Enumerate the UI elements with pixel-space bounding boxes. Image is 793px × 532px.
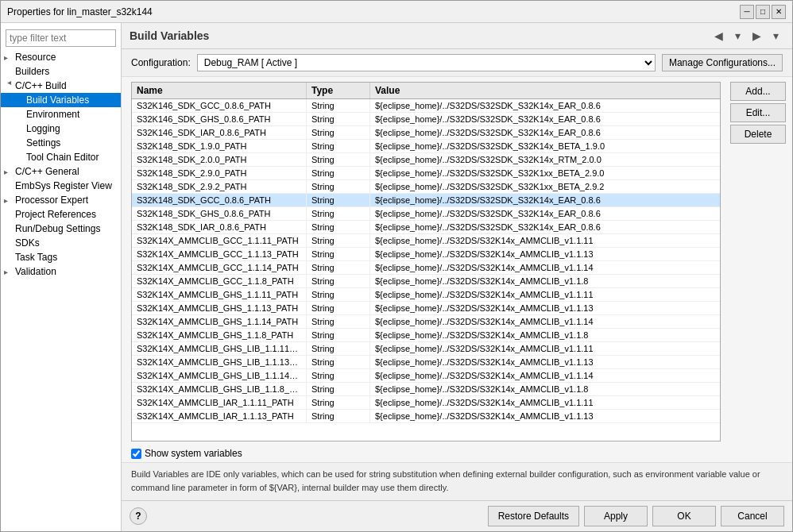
- help-button[interactable]: ?: [130, 507, 147, 525]
- sidebar-item-embsys-register[interactable]: EmbSys Register View: [1, 179, 121, 193]
- expand-arrow: ▸: [4, 168, 15, 176]
- bottom-buttons: ? Restore Defaults Apply OK Cancel: [122, 500, 792, 531]
- cell-type: String: [307, 234, 370, 247]
- cell-name: S32K14X_AMMCLIB_GHS_1.1.13_PATH: [132, 302, 307, 314]
- table-row[interactable]: S32K14X_AMMCLIB_GHS_LIB_1.1.13_PATH Stri…: [132, 356, 720, 369]
- table-row[interactable]: S32K148_SDK_2.0.0_PATH String ${eclipse_…: [132, 153, 720, 167]
- table-row[interactable]: S32K14X_AMMCLIB_GHS_1.1.8_PATH String ${…: [132, 329, 720, 342]
- table-row[interactable]: S32K148_SDK_1.9.0_PATH String ${eclipse_…: [132, 140, 720, 153]
- cell-value: ${eclipse_home}/../S32DS/S32K14x_AMMCLIB…: [370, 261, 720, 274]
- cell-value: ${eclipse_home}/../S32DS/S32K14x_AMMCLIB…: [370, 342, 720, 355]
- cell-name: S32K148_SDK_2.0.0_PATH: [132, 153, 307, 166]
- table-row[interactable]: S32K146_SDK_IAR_0.8.6_PATH String ${ecli…: [132, 126, 720, 140]
- cell-value: ${eclipse_home}/../S32DS/S32SDK_S32K14x_…: [370, 153, 720, 166]
- sidebar-item-resource[interactable]: ▸Resource: [1, 50, 121, 64]
- table-body[interactable]: S32K146_SDK_GCC_0.8.6_PATH String ${ecli…: [132, 99, 720, 441]
- show-system-variables-checkbox[interactable]: [131, 449, 141, 459]
- cell-value: ${eclipse_home}/../S32DS/S32SDK_S32K14x_…: [370, 221, 720, 233]
- maximize-button[interactable]: □: [756, 5, 770, 19]
- cell-name: S32K14X_AMMCLIB_GCC_1.1.8_PATH: [132, 275, 307, 287]
- apply-button[interactable]: Apply: [584, 506, 648, 526]
- table-row[interactable]: S32K14X_AMMCLIB_GCC_1.1.14_PATH String $…: [132, 261, 720, 275]
- sidebar-item-run-debug-settings[interactable]: Run/Debug Settings: [1, 222, 121, 236]
- config-row: Configuration: Debug_RAM [ Active ] Mana…: [122, 49, 792, 77]
- sidebar-item-label: Build Variables: [26, 94, 89, 106]
- edit-button[interactable]: Edit...: [730, 103, 786, 122]
- table-row[interactable]: S32K148_SDK_GCC_0.8.6_PATH String ${ecli…: [132, 194, 720, 207]
- cell-value: ${eclipse_home}/../S32DS/S32SDK_S32K1xx_…: [370, 180, 720, 193]
- table-row[interactable]: S32K14X_AMMCLIB_GHS_LIB_1.1.11_PATH Stri…: [132, 342, 720, 356]
- filter-input[interactable]: [6, 29, 116, 47]
- cell-type: String: [307, 356, 370, 368]
- sidebar-item-logging[interactable]: Logging: [1, 121, 121, 136]
- table-row[interactable]: S32K146_SDK_GCC_0.8.6_PATH String ${ecli…: [132, 99, 720, 113]
- minimize-button[interactable]: ─: [740, 5, 754, 19]
- table-row[interactable]: S32K14X_AMMCLIB_GCC_1.1.11_PATH String $…: [132, 234, 720, 248]
- table-row[interactable]: S32K14X_AMMCLIB_IAR_1.1.13_PATH String $…: [132, 410, 720, 423]
- table-row[interactable]: S32K14X_AMMCLIB_GHS_1.1.13_PATH String $…: [132, 302, 720, 315]
- sidebar-item-cpp-build[interactable]: ▾C/C++ Build: [1, 79, 121, 93]
- col-value-header: Value: [370, 83, 720, 98]
- sidebar-item-processor-expert[interactable]: ▸Processor Expert: [1, 193, 121, 207]
- nav-forward-dropdown-button[interactable]: ▾: [767, 27, 784, 44]
- sidebar-item-project-references[interactable]: Project References: [1, 207, 121, 222]
- cell-type: String: [307, 369, 370, 382]
- sidebar-item-settings[interactable]: Settings: [1, 136, 121, 150]
- sidebar-item-validation[interactable]: ▸Validation: [1, 264, 121, 279]
- cell-name: S32K148_SDK_1.9.0_PATH: [132, 140, 307, 152]
- table-row[interactable]: S32K148_SDK_2.9.2_PATH String ${eclipse_…: [132, 180, 720, 194]
- ok-button[interactable]: OK: [652, 506, 716, 526]
- sidebar: ▸ResourceBuilders▾C/C++ BuildBuild Varia…: [1, 23, 122, 531]
- cell-type: String: [307, 329, 370, 341]
- table-row[interactable]: S32K14X_AMMCLIB_GCC_1.1.13_PATH String $…: [132, 248, 720, 261]
- sidebar-item-build-variables[interactable]: Build Variables: [1, 93, 121, 107]
- expand-arrow: ▾: [6, 80, 14, 91]
- sidebar-item-label: C/C++ Build: [15, 80, 67, 91]
- manage-configurations-button[interactable]: Manage Configurations...: [662, 54, 783, 71]
- cell-value: ${eclipse_home}/../S32DS/S32SDK_S32K14x_…: [370, 194, 720, 206]
- sidebar-item-label: EmbSys Register View: [15, 180, 112, 191]
- panel-header-row: Build Variables ◀ ▾ ▶ ▾: [122, 23, 792, 49]
- table-row[interactable]: S32K146_SDK_GHS_0.8.6_PATH String ${ecli…: [132, 113, 720, 126]
- config-select[interactable]: Debug_RAM [ Active ]: [197, 54, 656, 71]
- table-row[interactable]: S32K148_SDK_2.9.0_PATH String ${eclipse_…: [132, 167, 720, 180]
- cell-name: S32K14X_AMMCLIB_GCC_1.1.13_PATH: [132, 248, 307, 260]
- table-row[interactable]: S32K14X_AMMCLIB_GHS_LIB_1.1.8_PATH Strin…: [132, 383, 720, 396]
- nav-back-button[interactable]: ◀: [710, 27, 727, 44]
- table-row[interactable]: S32K14X_AMMCLIB_GHS_1.1.14_PATH String $…: [132, 315, 720, 329]
- table-row[interactable]: S32K14X_AMMCLIB_GHS_LIB_1.1.14_PATH Stri…: [132, 369, 720, 383]
- table-row[interactable]: S32K14X_AMMCLIB_IAR_1.1.11_PATH String $…: [132, 396, 720, 410]
- cell-value: ${eclipse_home}/../S32DS/S32K14x_AMMCLIB…: [370, 410, 720, 422]
- add-button[interactable]: Add...: [730, 82, 786, 101]
- main-window: Properties for lin_master_s32k144 ─ □ ✕ …: [0, 0, 793, 532]
- sidebar-item-environment[interactable]: Environment: [1, 107, 121, 121]
- cell-type: String: [307, 153, 370, 166]
- sidebar-item-task-tags[interactable]: Task Tags: [1, 250, 121, 264]
- table-row[interactable]: S32K148_SDK_GHS_0.8.6_PATH String ${ecli…: [132, 207, 720, 221]
- nav-dropdown-button[interactable]: ▾: [729, 27, 746, 44]
- cell-name: S32K14X_AMMCLIB_GHS_LIB_1.1.13_PATH: [132, 356, 307, 368]
- cell-type: String: [307, 126, 370, 139]
- col-type-header: Type: [307, 83, 370, 98]
- table-row[interactable]: S32K148_SDK_IAR_0.8.6_PATH String ${ecli…: [132, 221, 720, 234]
- cell-type: String: [307, 194, 370, 206]
- sidebar-item-cpp-general[interactable]: ▸C/C++ General: [1, 164, 121, 179]
- sidebar-item-label: Settings: [26, 137, 60, 148]
- sidebar-item-tool-chain-editor[interactable]: Tool Chain Editor: [1, 150, 121, 164]
- nav-forward-button[interactable]: ▶: [748, 27, 765, 44]
- delete-button[interactable]: Delete: [730, 125, 786, 144]
- restore-defaults-button[interactable]: Restore Defaults: [488, 506, 579, 526]
- cell-value: ${eclipse_home}/../S32DS/S32K14x_AMMCLIB…: [370, 369, 720, 382]
- table-row[interactable]: S32K14X_AMMCLIB_GCC_1.1.8_PATH String ${…: [132, 275, 720, 288]
- cancel-button[interactable]: Cancel: [721, 506, 784, 526]
- cell-type: String: [307, 275, 370, 287]
- cell-type: String: [307, 140, 370, 152]
- close-button[interactable]: ✕: [772, 5, 786, 19]
- table-row[interactable]: S32K14X_AMMCLIB_GHS_1.1.11_PATH String $…: [132, 288, 720, 302]
- description-text: Build Variables are IDE only variables, …: [131, 469, 760, 492]
- cell-name: S32K146_SDK_GHS_0.8.6_PATH: [132, 113, 307, 125]
- cell-name: S32K14X_AMMCLIB_GHS_LIB_1.1.14_PATH: [132, 369, 307, 382]
- sidebar-item-sdks[interactable]: SDKs: [1, 236, 121, 250]
- sidebar-item-builders[interactable]: Builders: [1, 64, 121, 79]
- nav-icons: ◀ ▾ ▶ ▾: [710, 27, 784, 44]
